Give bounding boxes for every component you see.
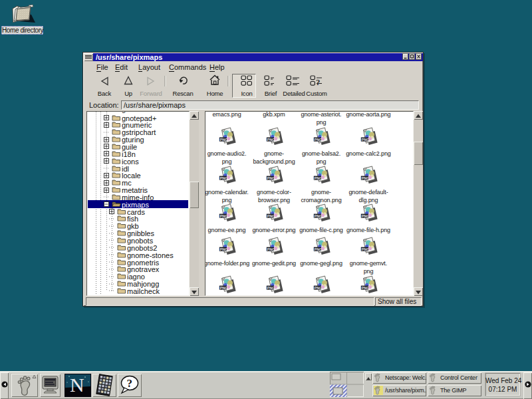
svg-text:N: N [70, 374, 84, 396]
svg-text:?: ? [127, 377, 133, 390]
svg-text:?: ? [316, 77, 321, 87]
